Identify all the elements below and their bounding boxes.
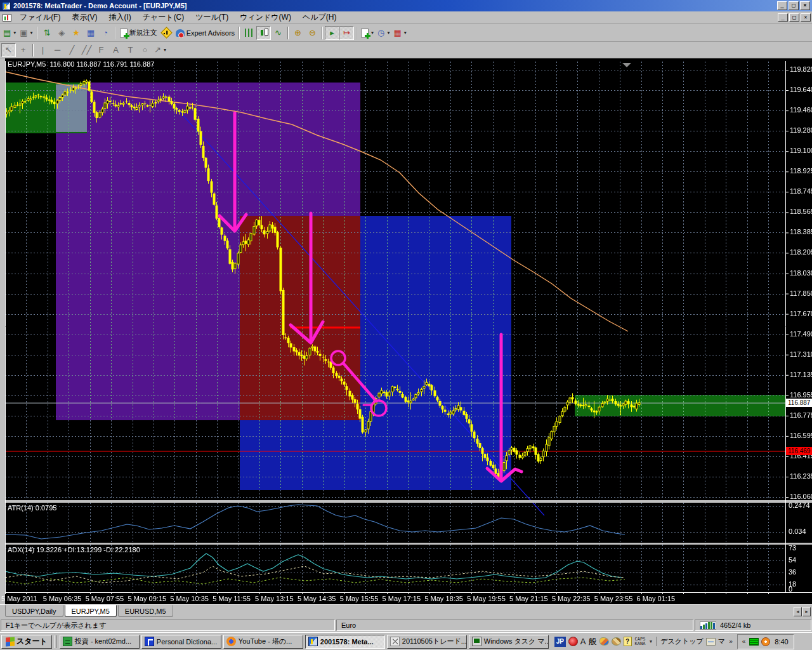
chart-region: EURJPY,M5 116.800 116.887 116.791 116.88… — [0, 58, 812, 604]
templates-icon: ▦ — [393, 28, 401, 37]
ime-input-mode[interactable]: A — [580, 637, 586, 646]
tab-usdjpy-daily[interactable]: USDJPY,Daily — [5, 605, 63, 617]
new-chart-icon: ▤ — [3, 28, 11, 37]
tab-scroll-right-button[interactable]: ► — [802, 607, 811, 616]
toolbar-separator — [287, 27, 289, 39]
start-label: スタート — [16, 636, 48, 647]
vertical-line-button[interactable]: | — [36, 43, 50, 57]
line-chart-icon: ∿ — [275, 28, 282, 37]
channel-icon: ╱╱ — [82, 45, 92, 55]
channel-button[interactable]: ╱╱ — [79, 43, 94, 57]
chart-canvas[interactable] — [0, 58, 812, 604]
windows-logo-icon — [6, 637, 15, 646]
crosshair-button[interactable]: + — [16, 43, 30, 57]
ime-tools-icon[interactable] — [612, 637, 621, 646]
ime-pad-icon[interactable] — [599, 637, 609, 646]
document-icon — [120, 29, 128, 37]
data-center-icon: ★ — [72, 28, 80, 37]
indicators-button[interactable]: ▾ — [359, 26, 376, 40]
fibonacci-icon: F — [99, 45, 104, 55]
ellipse-icon: ○ — [143, 45, 148, 55]
taskbar-clock: 8:40 — [773, 638, 790, 646]
desktop-toolbar-item[interactable]: マ — [718, 637, 725, 646]
menu-file[interactable]: ファイル(F) — [14, 11, 66, 23]
bar-chart-icon — [245, 29, 253, 37]
new-order-button[interactable]: 新規注文 — [118, 26, 159, 40]
fibonacci-button[interactable]: F — [94, 43, 108, 57]
dropdown-arrow-icon: ▾ — [404, 30, 407, 36]
updater-tray-icon[interactable] — [761, 637, 770, 646]
tab-scroll-left-button[interactable]: ◄ — [794, 607, 802, 616]
navigator-button[interactable]: ◈ — [55, 26, 69, 40]
ime-language-badge[interactable]: JP — [554, 637, 566, 647]
ellipse-button[interactable]: ○ — [138, 43, 152, 57]
market-watch-button[interactable]: ⇅ — [40, 26, 55, 40]
close-button[interactable]: × — [800, 1, 810, 10]
horizontal-line-button[interactable]: ─ — [50, 43, 65, 57]
restore-button[interactable]: □ — [789, 1, 799, 10]
display-tray-icon[interactable] — [749, 638, 759, 646]
minimize-button[interactable]: _ — [777, 1, 787, 10]
zoom-out-button[interactable]: ⊖ — [305, 26, 320, 40]
tab-eurjpy-m5[interactable]: EURJPY,M5 — [65, 605, 117, 617]
bar-chart-button[interactable] — [242, 26, 256, 40]
templates-button[interactable]: ▦▾ — [391, 26, 408, 40]
menu-insert[interactable]: 挿入(I) — [103, 11, 136, 23]
data-center-button[interactable]: ★ — [69, 26, 84, 40]
child-minimize-button[interactable]: _ — [778, 13, 788, 22]
task-invest[interactable]: 投資 - kent02md... — [60, 635, 140, 649]
menu-tools[interactable]: ツール(T) — [190, 11, 234, 23]
strategy-tester-button[interactable]: ◔ — [98, 26, 113, 40]
text-label-button[interactable]: T — [123, 43, 138, 57]
line-chart-button[interactable]: ∿ — [271, 26, 285, 40]
candlestick-chart-button[interactable] — [256, 26, 271, 40]
crosshair-icon: + — [21, 45, 26, 55]
task-trade-memo[interactable]: 20110505トレード... — [387, 635, 467, 649]
terminal-icon: ▦ — [87, 28, 95, 37]
zoom-in-button[interactable]: ⊕ — [291, 26, 305, 40]
start-button[interactable]: スタート — [1, 635, 52, 649]
terminal-button[interactable]: ▦ — [84, 26, 98, 40]
task-trade-memo-label: 20110505トレード... — [402, 637, 467, 646]
chart-shift-button[interactable]: ↦ — [339, 26, 354, 40]
task-youtube[interactable]: YouTube - 塔の... — [223, 635, 303, 649]
system-tray: « 8:40 — [737, 634, 794, 649]
periods-icon: ◷ — [377, 28, 384, 37]
status-symbol-info: Euro — [336, 620, 693, 631]
menu-window[interactable]: ウィンドウ(W) — [234, 11, 297, 23]
periods-button[interactable]: ◷▾ — [376, 26, 391, 40]
alerts-button[interactable] — [159, 26, 174, 40]
task-taskmgr[interactable]: Windows タスク マ... — [469, 635, 549, 649]
tray-chevron-icon[interactable]: « — [741, 638, 747, 645]
desktop-toolbar-label[interactable]: デスクトップ — [660, 637, 704, 646]
task-metatrader[interactable]: 2001578: Meta... — [305, 635, 385, 649]
connection-signal-icon — [700, 621, 716, 630]
ime-help-icon[interactable]: ? — [624, 637, 632, 646]
child-close-button[interactable]: × — [801, 13, 811, 22]
ime-conversion-mode[interactable]: 般 — [589, 636, 597, 647]
taskbar: スタート 投資 - kent02md...Personal Dictiona..… — [0, 632, 812, 650]
desktop-folder-icon[interactable] — [706, 638, 716, 646]
horizontal-line-icon: ─ — [55, 45, 60, 55]
expert-advisors-button[interactable]: Expert Advisors — [174, 26, 237, 40]
auto-scroll-button[interactable]: ▸ — [325, 26, 339, 40]
task-invest-icon — [63, 637, 72, 646]
new-chart-button[interactable]: ▤▾ — [1, 26, 18, 40]
chart-window-icon[interactable] — [3, 14, 11, 22]
profiles-button[interactable]: ▣▾ — [18, 26, 34, 40]
task-pdic[interactable]: Personal Dictiona... — [141, 635, 221, 649]
tab-eurusd-m5[interactable]: EURUSD,M5 — [118, 605, 173, 617]
menu-chart[interactable]: チャート(C) — [137, 11, 190, 23]
cursor-button[interactable]: ↖ — [1, 43, 16, 57]
toolbar-separator — [322, 27, 323, 39]
arrows-button[interactable]: ↗▾ — [152, 43, 168, 57]
desktop-chevron-icon[interactable]: » — [728, 638, 734, 645]
ime-options-dropdown[interactable]: ▼ — [648, 639, 653, 644]
quicktime-tray-icon[interactable] — [568, 637, 578, 646]
menu-view[interactable]: 表示(V) — [66, 11, 103, 23]
menu-help[interactable]: ヘルプ(H) — [297, 11, 343, 23]
child-restore-button[interactable]: □ — [789, 13, 799, 22]
trendline-button[interactable]: ╱ — [65, 43, 79, 57]
expert-advisors-button-label: Expert Advisors — [187, 29, 235, 37]
text-button[interactable]: A — [108, 43, 123, 57]
